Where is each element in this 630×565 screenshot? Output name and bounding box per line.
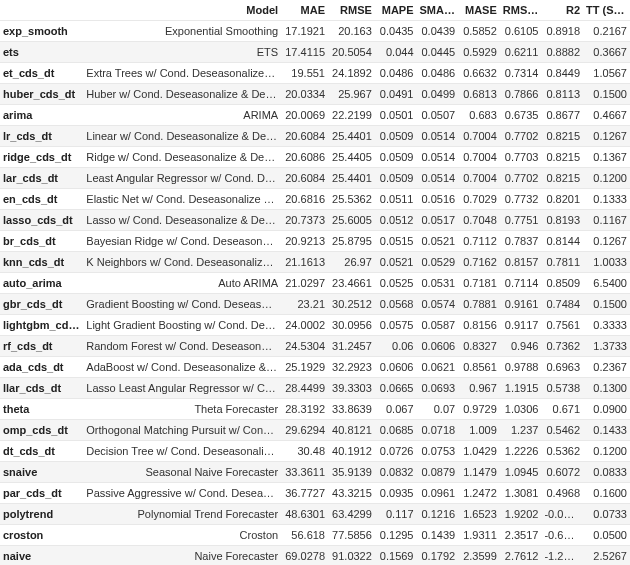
cell-model: Random Forest w/ Cond. Deseasonalize & D… <box>83 336 281 357</box>
cell-smape: 0.0879 <box>417 462 459 483</box>
col-header-mae: MAE <box>281 0 328 21</box>
cell-mase: 0.7004 <box>458 168 500 189</box>
cell-mape: 0.0575 <box>375 315 417 336</box>
col-header-rmse: RMSE <box>328 0 375 21</box>
cell-id: par_cds_dt <box>0 483 83 504</box>
cell-mape: 0.0521 <box>375 252 417 273</box>
cell-mape: 0.067 <box>375 399 417 420</box>
cell-smape: 0.1792 <box>417 546 459 566</box>
cell-mase: 0.7162 <box>458 252 500 273</box>
cell-mae: 19.551 <box>281 63 328 84</box>
cell-rmsse: 0.7837 <box>500 231 542 252</box>
cell-r2: 0.8449 <box>541 63 583 84</box>
cell-mape: 0.0512 <box>375 210 417 231</box>
table-row: llar_cds_dtLasso Least Angular Regressor… <box>0 378 630 399</box>
table-row: lasso_cds_dtLasso w/ Cond. Deseasonalize… <box>0 210 630 231</box>
table-row: huber_cds_dtHuber w/ Cond. Deseasonalize… <box>0 84 630 105</box>
cell-rmsse: 1.0306 <box>500 399 542 420</box>
cell-mae: 36.7727 <box>281 483 328 504</box>
cell-model: Bayesian Ridge w/ Cond. Deseasonalize & … <box>83 231 281 252</box>
cell-mae: 20.6816 <box>281 189 328 210</box>
cell-rmse: 20.163 <box>328 21 375 42</box>
cell-mae: 69.0278 <box>281 546 328 566</box>
cell-r2: 0.5362 <box>541 441 583 462</box>
cell-mase: 1.009 <box>458 420 500 441</box>
cell-mase: 0.6632 <box>458 63 500 84</box>
cell-mae: 21.0297 <box>281 273 328 294</box>
table-row: par_cds_dtPassive Aggressive w/ Cond. De… <box>0 483 630 504</box>
cell-r2: 0.8201 <box>541 189 583 210</box>
cell-mase: 1.2472 <box>458 483 500 504</box>
cell-model: Seasonal Naive Forecaster <box>83 462 281 483</box>
cell-model: Extra Trees w/ Cond. Deseasonalize & Det… <box>83 63 281 84</box>
cell-mae: 28.4499 <box>281 378 328 399</box>
cell-rmse: 24.1892 <box>328 63 375 84</box>
cell-model: Lasso Least Angular Regressor w/ Cond. D… <box>83 378 281 399</box>
cell-model: Lasso w/ Cond. Deseasonalize & Detrendin… <box>83 210 281 231</box>
cell-mae: 30.48 <box>281 441 328 462</box>
metrics-table: Model MAE RMSE MAPE SMAPE MASE RMSSE R2 … <box>0 0 630 565</box>
cell-smape: 0.1439 <box>417 525 459 546</box>
cell-mae: 20.9213 <box>281 231 328 252</box>
cell-model: Ridge w/ Cond. Deseasonalize & Detrendin… <box>83 147 281 168</box>
cell-rmse: 25.967 <box>328 84 375 105</box>
cell-rmsse: 1.237 <box>500 420 542 441</box>
table-row: en_cds_dtElastic Net w/ Cond. Deseasonal… <box>0 189 630 210</box>
cell-rmse: 63.4299 <box>328 504 375 525</box>
cell-smape: 0.0531 <box>417 273 459 294</box>
cell-rmsse: 1.1915 <box>500 378 542 399</box>
table-row: ridge_cds_dtRidge w/ Cond. Deseasonalize… <box>0 147 630 168</box>
cell-tt: 0.0500 <box>583 525 630 546</box>
cell-smape: 0.0445 <box>417 42 459 63</box>
cell-rmsse: 0.9788 <box>500 357 542 378</box>
cell-id: theta <box>0 399 83 420</box>
cell-mae: 48.6301 <box>281 504 328 525</box>
cell-mase: 0.8156 <box>458 315 500 336</box>
cell-id: naive <box>0 546 83 566</box>
cell-rmse: 25.5362 <box>328 189 375 210</box>
cell-rmse: 32.2923 <box>328 357 375 378</box>
cell-rmse: 35.9139 <box>328 462 375 483</box>
cell-mae: 56.618 <box>281 525 328 546</box>
cell-rmse: 30.2512 <box>328 294 375 315</box>
cell-mae: 17.4115 <box>281 42 328 63</box>
cell-id: lr_cds_dt <box>0 126 83 147</box>
cell-smape: 0.0718 <box>417 420 459 441</box>
cell-rmsse: 0.6211 <box>500 42 542 63</box>
table-row: etsETS17.411520.50540.0440.04450.59290.6… <box>0 42 630 63</box>
cell-mae: 20.7373 <box>281 210 328 231</box>
cell-model: Naive Forecaster <box>83 546 281 566</box>
table-row: et_cds_dtExtra Trees w/ Cond. Deseasonal… <box>0 63 630 84</box>
cell-smape: 0.0517 <box>417 210 459 231</box>
cell-mase: 0.7004 <box>458 147 500 168</box>
cell-smape: 0.0621 <box>417 357 459 378</box>
cell-id: et_cds_dt <box>0 63 83 84</box>
cell-tt: 0.0900 <box>583 399 630 420</box>
cell-r2: 0.5738 <box>541 378 583 399</box>
cell-smape: 0.0516 <box>417 189 459 210</box>
cell-rmsse: 0.7314 <box>500 63 542 84</box>
cell-mase: 1.0429 <box>458 441 500 462</box>
cell-mase: 0.7004 <box>458 126 500 147</box>
col-header-tt: TT (Sec) <box>583 0 630 21</box>
cell-model: AdaBoost w/ Cond. Deseasonalize & Detren… <box>83 357 281 378</box>
cell-r2: 0.8918 <box>541 21 583 42</box>
cell-tt: 0.2367 <box>583 357 630 378</box>
cell-mape: 0.0685 <box>375 420 417 441</box>
cell-rmse: 25.4405 <box>328 147 375 168</box>
cell-r2: 0.7362 <box>541 336 583 357</box>
cell-r2: 0.8144 <box>541 231 583 252</box>
cell-mape: 0.0726 <box>375 441 417 462</box>
cell-tt: 1.0567 <box>583 63 630 84</box>
cell-id: snaive <box>0 462 83 483</box>
col-header-model: Model <box>83 0 281 21</box>
cell-mape: 0.1569 <box>375 546 417 566</box>
cell-mae: 17.1921 <box>281 21 328 42</box>
cell-mase: 0.6813 <box>458 84 500 105</box>
cell-mape: 0.06 <box>375 336 417 357</box>
cell-r2: 0.6963 <box>541 357 583 378</box>
cell-mae: 23.21 <box>281 294 328 315</box>
cell-id: dt_cds_dt <box>0 441 83 462</box>
cell-r2: 0.8113 <box>541 84 583 105</box>
cell-model: Light Gradient Boosting w/ Cond. Deseaso… <box>83 315 281 336</box>
